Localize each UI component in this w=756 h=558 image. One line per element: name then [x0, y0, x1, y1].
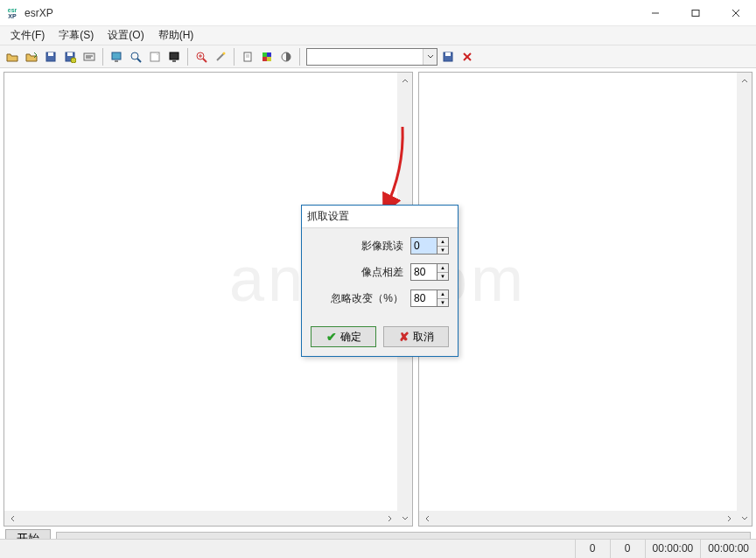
svg-point-14 [131, 52, 138, 59]
right-panel [418, 72, 752, 527]
delete-x-icon[interactable] [458, 48, 476, 66]
statusbar: 0 0 00:00:00 00:00:00 [0, 539, 756, 558]
svg-point-8 [71, 58, 76, 63]
right-hscrollbar[interactable] [419, 511, 737, 526]
menu-file[interactable]: 文件(F) [4, 25, 52, 45]
scroll-up-icon[interactable] [737, 73, 752, 87]
svg-rect-12 [112, 52, 121, 59]
scroll-down-icon[interactable] [397, 511, 412, 526]
window-title: esrXP [24, 7, 53, 19]
save-icon[interactable] [42, 48, 60, 66]
ok-button[interactable]: ✔ 确定 [311, 326, 376, 347]
ignore-change-input[interactable] [410, 289, 437, 307]
scroll-up-icon[interactable] [397, 73, 412, 87]
svg-rect-17 [170, 52, 178, 59]
maximize-button[interactable] [676, 0, 716, 26]
status-time-1: 00:00:00 [645, 540, 701, 558]
capture-settings-dialog: 抓取设置 影像跳读 ▲ ▼ 像点相差 ▲ ▼ 忽略改变（%） [301, 205, 458, 357]
right-vscrollbar[interactable] [737, 73, 752, 526]
menu-subtitle[interactable]: 字幕(S) [52, 25, 101, 45]
toolbar-combobox[interactable] [306, 48, 438, 66]
import-icon[interactable] [23, 48, 40, 66]
magnifier-icon[interactable] [127, 48, 144, 66]
svg-rect-5 [48, 52, 53, 56]
spin-up-icon[interactable]: ▲ [438, 290, 448, 299]
svg-rect-1 [692, 10, 699, 16]
zoom-in-icon[interactable] [192, 48, 210, 66]
video-skip-spinner[interactable]: ▲ ▼ [410, 237, 449, 255]
svg-line-15 [137, 59, 141, 62]
spin-down-icon[interactable]: ▼ [438, 247, 448, 255]
subtitle-icon[interactable] [80, 48, 98, 66]
svg-rect-29 [267, 52, 271, 57]
adjust-icon[interactable] [277, 48, 295, 66]
x-icon: ✘ [399, 330, 410, 344]
cancel-button[interactable]: ✘ 取消 [383, 326, 449, 347]
save-disk-icon[interactable] [61, 48, 79, 66]
scroll-right-icon[interactable] [382, 511, 397, 526]
status-value-1: 0 [575, 540, 610, 558]
pixel-diff-spinner[interactable]: ▲ ▼ [410, 263, 449, 281]
svg-line-23 [217, 53, 224, 60]
svg-point-24 [223, 52, 226, 54]
status-value-2: 0 [610, 540, 645, 558]
monitor-icon[interactable] [165, 48, 183, 66]
titlebar: esr XP esrXP [0, 0, 756, 26]
check-icon: ✔ [326, 330, 337, 344]
close-button[interactable] [716, 0, 756, 26]
scroll-down-icon[interactable] [737, 511, 752, 526]
pixel-diff-label: 像点相差 [311, 265, 403, 280]
svg-rect-13 [115, 60, 118, 62]
svg-line-22 [203, 59, 206, 62]
svg-rect-31 [267, 57, 271, 61]
document-icon[interactable] [239, 48, 256, 66]
spin-up-icon[interactable]: ▲ [438, 238, 448, 247]
ignore-change-spinner[interactable]: ▲ ▼ [410, 289, 449, 307]
svg-rect-30 [262, 57, 267, 61]
video-skip-input[interactable] [410, 237, 437, 255]
svg-rect-34 [445, 52, 451, 56]
minimize-button[interactable] [635, 0, 676, 26]
status-time-2: 00:00:00 [700, 540, 756, 558]
svg-rect-7 [67, 52, 73, 56]
video-skip-label: 影像跳读 [311, 239, 403, 254]
menu-help[interactable]: 帮助(H) [151, 25, 201, 45]
wand-icon[interactable] [212, 48, 229, 66]
menu-settings[interactable]: 设置(O) [101, 25, 150, 45]
chevron-down-icon[interactable] [423, 49, 437, 65]
dialog-title: 抓取设置 [302, 206, 458, 228]
scroll-left-icon[interactable] [4, 511, 19, 526]
spin-up-icon[interactable]: ▲ [438, 264, 448, 273]
spin-down-icon[interactable]: ▼ [438, 299, 448, 307]
spin-down-icon[interactable]: ▼ [438, 273, 448, 281]
svg-rect-9 [84, 53, 94, 60]
pixel-diff-input[interactable] [410, 263, 437, 281]
screen-icon[interactable] [108, 48, 125, 66]
svg-rect-28 [262, 52, 267, 57]
scroll-left-icon[interactable] [419, 511, 434, 526]
note-icon[interactable] [146, 48, 164, 66]
menubar: 文件(F) 字幕(S) 设置(O) 帮助(H) [0, 26, 756, 45]
ignore-change-label: 忽略改变（%） [311, 291, 403, 306]
open-folder-icon[interactable] [4, 48, 21, 66]
scroll-right-icon[interactable] [722, 511, 737, 526]
left-hscrollbar[interactable] [4, 511, 397, 526]
color-swatch-icon[interactable] [258, 48, 276, 66]
app-icon: esr XP [5, 6, 19, 20]
svg-rect-18 [172, 60, 176, 62]
diskette-icon[interactable] [439, 48, 457, 66]
toolbar [0, 45, 756, 68]
